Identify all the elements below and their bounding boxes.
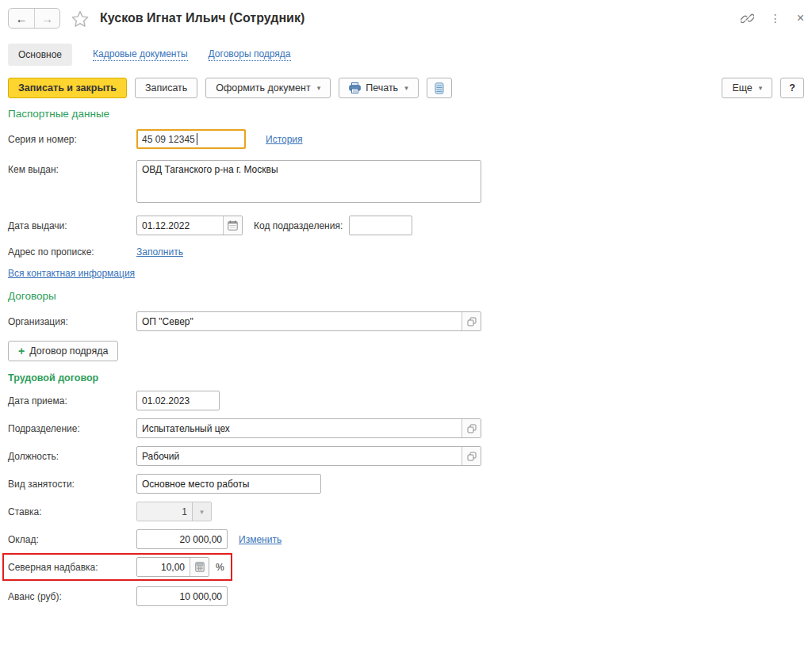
address-row: Адрес по прописке: Заполнить [8, 246, 804, 258]
kebab-icon: ⋮ [770, 12, 781, 25]
employment-type-row: Вид занятости: [8, 474, 804, 494]
subdivision-field [136, 418, 481, 438]
calculator-button[interactable] [190, 558, 209, 576]
choose-from-list-icon [467, 424, 477, 433]
issued-by-row: Кем выдан: ОВД Таганского р-на г. Москвы [8, 160, 804, 203]
organization-select-button[interactable] [462, 312, 481, 330]
close-icon: × [797, 11, 804, 25]
close-window-button[interactable]: × [797, 12, 804, 25]
hire-date-row: Дата приема: [8, 391, 804, 410]
calculator-icon [195, 562, 205, 572]
striped-document-icon [435, 82, 444, 94]
more-actions-button[interactable]: Еще ▾ [722, 78, 772, 98]
address-fill-link[interactable]: Заполнить [136, 246, 183, 258]
rate-field: ▾ [136, 502, 212, 521]
all-contact-info-link[interactable]: Вся контактная информация [8, 268, 135, 279]
chevron-down-icon: ▾ [200, 508, 204, 516]
advance-input[interactable] [136, 586, 228, 606]
subdivision-label: Подразделение: [8, 423, 136, 434]
tab-main[interactable]: Основное [8, 44, 72, 66]
issued-by-label: Кем выдан: [8, 160, 136, 175]
position-input[interactable] [137, 447, 462, 465]
forward-arrow-icon: → [41, 12, 53, 25]
organization-input[interactable] [137, 312, 462, 330]
employee-card-window: ← → Кусков Игнат Ильич (Сотрудник) ⋮ × [0, 0, 812, 645]
issue-date-field [136, 216, 243, 235]
subdivision-select-button[interactable] [462, 419, 481, 437]
chevron-down-icon: ▾ [317, 84, 321, 92]
salary-row: Оклад: Изменить [8, 529, 804, 549]
get-link-button[interactable] [741, 12, 754, 25]
position-select-button[interactable] [462, 447, 481, 465]
rate-label: Ставка: [8, 506, 136, 517]
issue-date-row: Дата выдачи: Код подразделения: [8, 216, 804, 235]
employee-form: Паспортные данные Серия и номер: 45 09 1… [8, 108, 804, 606]
add-contract-row: + Договор подряда [8, 341, 804, 361]
salary-label: Оклад: [8, 534, 136, 545]
subdivision-row: Подразделение: [8, 418, 804, 438]
create-document-button[interactable]: Оформить документ ▾ [205, 78, 331, 98]
back-button[interactable]: ← [9, 9, 34, 28]
employment-type-input[interactable] [136, 474, 321, 494]
salary-input[interactable] [136, 529, 228, 549]
issue-date-label: Дата выдачи: [8, 220, 136, 231]
add-work-contract-button[interactable]: + Договор подряда [8, 341, 118, 361]
star-icon [71, 10, 89, 27]
advance-label: Аванс (руб): [8, 591, 136, 602]
forward-button[interactable]: → [34, 9, 59, 28]
calendar-picker-button[interactable] [223, 216, 242, 235]
northern-bonus-input[interactable] [137, 558, 190, 576]
northern-bonus-field [136, 557, 209, 577]
toolbar: Записать и закрыть Записать Оформить док… [8, 78, 804, 98]
section-employment-title: Трудовой договор [8, 372, 804, 384]
hire-date-label: Дата приема: [8, 395, 136, 406]
print-label: Печать [366, 82, 398, 94]
position-row: Должность: [8, 446, 804, 466]
rate-row: Ставка: ▾ [8, 502, 804, 521]
organization-row: Организация: [8, 311, 804, 331]
page-title: Кусков Игнат Ильич (Сотрудник) [100, 11, 304, 25]
history-link[interactable]: История [266, 134, 303, 145]
save-and-close-button[interactable]: Записать и закрыть [8, 78, 127, 98]
series-number-value: 45 09 12345 [142, 134, 195, 145]
choose-from-list-icon [467, 452, 477, 461]
create-document-label: Оформить документ [216, 82, 310, 94]
more-menu-button[interactable]: ⋮ [770, 13, 781, 24]
more-actions-label: Еще [732, 82, 752, 94]
dept-code-input[interactable] [349, 216, 412, 235]
hire-date-input[interactable] [136, 391, 220, 410]
series-number-label: Серия и номер: [8, 134, 136, 145]
salary-change-link[interactable]: Изменить [239, 534, 282, 545]
section-passport-title: Паспортные данные [8, 108, 804, 120]
chevron-down-icon: ▾ [759, 84, 763, 92]
position-label: Должность: [8, 451, 136, 462]
back-arrow-icon: ← [16, 12, 28, 25]
help-button[interactable]: ? [780, 78, 804, 98]
related-documents-button[interactable] [427, 78, 452, 98]
favorite-star-button[interactable] [71, 10, 89, 27]
tab-hr-documents[interactable]: Кадровые документы [93, 48, 188, 61]
save-button[interactable]: Записать [135, 78, 197, 98]
rate-input[interactable] [137, 502, 192, 521]
section-contracts-title: Договоры [8, 290, 804, 302]
organization-field [136, 311, 481, 331]
calendar-icon [228, 220, 238, 231]
dept-code-label: Код подразделения: [254, 220, 343, 231]
tab-work-contracts[interactable]: Договоры подряда [209, 48, 291, 61]
rate-dropdown-button[interactable]: ▾ [192, 502, 211, 521]
organization-label: Организация: [8, 316, 136, 327]
printer-icon [349, 82, 361, 94]
series-number-input[interactable]: 45 09 12345 [136, 129, 246, 149]
titlebar: ← → Кусков Игнат Ильич (Сотрудник) ⋮ × [8, 6, 804, 30]
issued-by-textarea[interactable]: ОВД Таганского р-на г. Москвы [136, 160, 481, 203]
northern-bonus-row: Северная надбавка: % [8, 557, 804, 577]
all-contact-info-row: Вся контактная информация [8, 268, 804, 279]
tab-bar: Основное Кадровые документы Договоры под… [8, 44, 804, 66]
issue-date-input[interactable] [137, 216, 223, 235]
choose-from-list-icon [467, 317, 477, 326]
subdivision-input[interactable] [137, 419, 462, 437]
employment-type-label: Вид занятости: [8, 479, 136, 490]
add-work-contract-label: Договор подряда [29, 345, 108, 357]
print-button[interactable]: Печать ▾ [339, 78, 418, 98]
series-number-row: Серия и номер: 45 09 12345 История [8, 129, 804, 149]
